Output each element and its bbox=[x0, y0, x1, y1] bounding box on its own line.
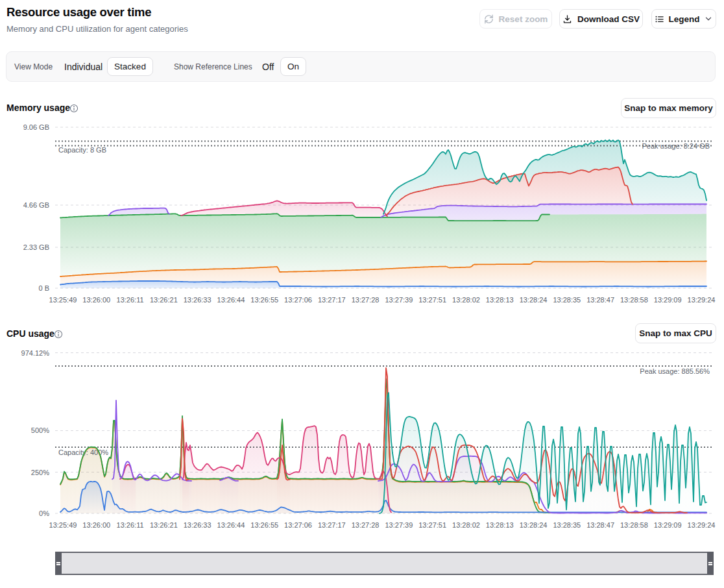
svg-text:250%: 250% bbox=[31, 469, 49, 476]
svg-text:13:27:17: 13:27:17 bbox=[318, 296, 346, 304]
svg-text:13:27:06: 13:27:06 bbox=[284, 521, 312, 529]
svg-text:Capacity: 8 GB: Capacity: 8 GB bbox=[58, 146, 106, 154]
svg-text:13:29:09: 13:29:09 bbox=[654, 521, 682, 529]
svg-text:974.12%: 974.12% bbox=[21, 349, 50, 357]
svg-text:Peak usage: 885.56%: Peak usage: 885.56% bbox=[640, 367, 710, 375]
svg-text:13:26:00: 13:26:00 bbox=[82, 521, 110, 529]
svg-text:13:28:58: 13:28:58 bbox=[620, 296, 648, 304]
svg-text:13:26:55: 13:26:55 bbox=[250, 296, 278, 304]
svg-text:13:26:00: 13:26:00 bbox=[82, 296, 110, 304]
svg-text:13:27:39: 13:27:39 bbox=[385, 296, 413, 304]
svg-text:13:26:21: 13:26:21 bbox=[150, 296, 178, 304]
svg-text:4.66 GB: 4.66 GB bbox=[23, 201, 49, 209]
svg-text:13:27:51: 13:27:51 bbox=[418, 521, 446, 529]
svg-text:500%: 500% bbox=[31, 426, 49, 434]
svg-text:13:28:47: 13:28:47 bbox=[586, 521, 614, 529]
svg-text:Peak usage: 8.24 GB: Peak usage: 8.24 GB bbox=[642, 142, 710, 150]
svg-text:13:27:17: 13:27:17 bbox=[318, 521, 346, 529]
svg-text:13:28:58: 13:28:58 bbox=[620, 521, 648, 529]
svg-text:13:28:47: 13:28:47 bbox=[586, 296, 614, 304]
svg-text:9.06 GB: 9.06 GB bbox=[23, 123, 49, 131]
svg-text:13:28:02: 13:28:02 bbox=[452, 296, 480, 304]
svg-text:13:27:28: 13:27:28 bbox=[352, 296, 380, 304]
svg-text:13:26:21: 13:26:21 bbox=[150, 521, 178, 529]
svg-text:13:28:24: 13:28:24 bbox=[520, 521, 548, 529]
svg-text:13:27:28: 13:27:28 bbox=[352, 521, 380, 529]
svg-text:13:27:39: 13:27:39 bbox=[385, 521, 413, 529]
svg-text:13:27:06: 13:27:06 bbox=[284, 296, 312, 304]
svg-text:13:26:55: 13:26:55 bbox=[250, 521, 278, 529]
svg-text:13:28:13: 13:28:13 bbox=[486, 521, 514, 529]
svg-text:13:26:33: 13:26:33 bbox=[184, 296, 211, 304]
svg-text:13:29:09: 13:29:09 bbox=[654, 296, 682, 304]
svg-text:13:29:24: 13:29:24 bbox=[688, 521, 716, 529]
svg-text:13:25:49: 13:25:49 bbox=[49, 296, 77, 304]
svg-text:13:26:11: 13:26:11 bbox=[117, 296, 144, 304]
svg-text:13:28:35: 13:28:35 bbox=[553, 296, 581, 304]
svg-text:2.33 GB: 2.33 GB bbox=[23, 243, 49, 251]
svg-text:13:26:44: 13:26:44 bbox=[217, 296, 245, 304]
svg-text:13:27:51: 13:27:51 bbox=[418, 296, 446, 304]
svg-text:13:26:44: 13:26:44 bbox=[217, 521, 245, 529]
svg-text:13:28:24: 13:28:24 bbox=[520, 296, 548, 304]
svg-text:13:26:33: 13:26:33 bbox=[184, 521, 211, 529]
svg-text:13:25:49: 13:25:49 bbox=[49, 521, 77, 529]
svg-text:13:26:11: 13:26:11 bbox=[117, 521, 144, 529]
svg-text:13:28:02: 13:28:02 bbox=[452, 521, 480, 529]
svg-text:13:28:35: 13:28:35 bbox=[553, 521, 581, 529]
svg-text:13:29:24: 13:29:24 bbox=[688, 296, 716, 304]
svg-text:0%: 0% bbox=[39, 509, 49, 517]
svg-text:0 B: 0 B bbox=[38, 284, 49, 292]
svg-text:13:28:13: 13:28:13 bbox=[486, 296, 514, 304]
